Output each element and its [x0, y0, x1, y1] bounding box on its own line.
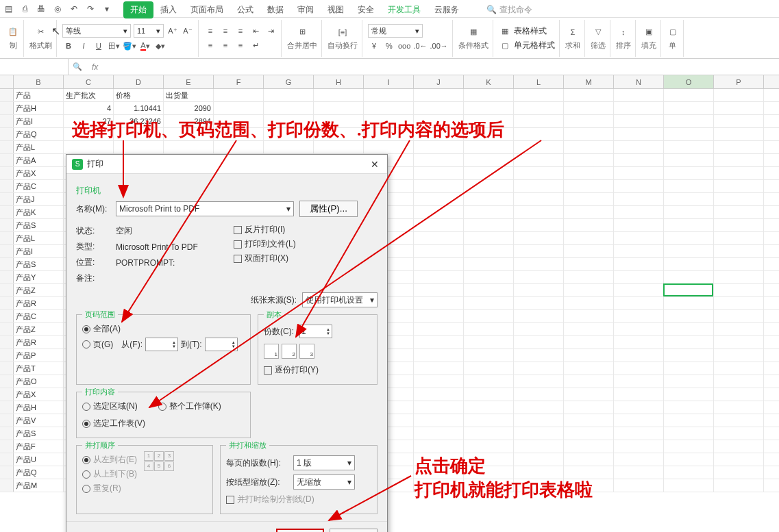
cell[interactable]: [564, 362, 614, 375]
tab-formula[interactable]: 公式: [230, 1, 260, 18]
cell[interactable]: [464, 167, 514, 179]
cell[interactable]: [414, 219, 464, 231]
to-spinner[interactable]: ▲▼: [205, 338, 238, 351]
cell[interactable]: [564, 154, 614, 166]
cell[interactable]: [664, 349, 714, 362]
cell[interactable]: [664, 167, 714, 179]
cell[interactable]: [664, 453, 714, 466]
select-all-corner[interactable]: [0, 75, 14, 88]
cell[interactable]: [364, 128, 414, 140]
cell[interactable]: [514, 193, 564, 205]
cell[interactable]: [514, 310, 564, 322]
table-style-icon[interactable]: ▦: [499, 25, 511, 37]
row-header[interactable]: [0, 440, 14, 453]
cell[interactable]: [614, 89, 664, 101]
col-header-G[interactable]: G: [264, 75, 314, 88]
collate-icon-1[interactable]: 1: [264, 344, 279, 359]
dec-dec-icon[interactable]: .00→: [430, 40, 448, 52]
cell[interactable]: [564, 206, 614, 218]
cell[interactable]: [664, 271, 714, 283]
cell[interactable]: [664, 115, 714, 127]
cell[interactable]: [664, 297, 714, 309]
cell[interactable]: [464, 193, 514, 205]
cell[interactable]: [414, 128, 464, 140]
cell[interactable]: [714, 141, 764, 153]
cell[interactable]: [464, 258, 514, 270]
cell[interactable]: [664, 375, 714, 388]
cell[interactable]: [364, 102, 414, 114]
from-spinner[interactable]: ▲▼: [145, 338, 178, 351]
indent-dec-icon[interactable]: ⇤: [249, 25, 262, 37]
cell[interactable]: [714, 154, 764, 166]
cell[interactable]: [714, 310, 764, 322]
cell[interactable]: [664, 102, 714, 114]
fx-icon[interactable]: fx: [86, 62, 103, 72]
underline-icon[interactable]: U: [92, 40, 105, 52]
col-header-D[interactable]: D: [114, 75, 164, 88]
cell[interactable]: [464, 310, 514, 322]
cell[interactable]: [414, 427, 464, 440]
cell[interactable]: [714, 102, 764, 114]
cell[interactable]: [564, 141, 614, 153]
cell[interactable]: [664, 154, 714, 166]
cell[interactable]: [714, 115, 764, 127]
cell[interactable]: [664, 401, 714, 414]
cell[interactable]: 产品R: [14, 336, 64, 349]
cell[interactable]: [714, 414, 764, 427]
cell[interactable]: [414, 180, 464, 192]
cell[interactable]: [564, 167, 614, 179]
cell[interactable]: [614, 141, 664, 153]
cell[interactable]: [164, 141, 214, 153]
cell[interactable]: [414, 323, 464, 335]
cell[interactable]: [464, 323, 514, 335]
cell[interactable]: 36.23246: [114, 115, 164, 127]
cell[interactable]: [514, 219, 564, 231]
cell[interactable]: 产品H: [14, 102, 64, 114]
cell[interactable]: [714, 427, 764, 440]
cell-style-icon[interactable]: ▢: [499, 39, 511, 51]
cell[interactable]: [514, 323, 564, 335]
cell[interactable]: [464, 453, 514, 466]
cell[interactable]: [564, 440, 614, 453]
cell[interactable]: [314, 128, 364, 140]
cell[interactable]: [614, 323, 664, 335]
sort-group[interactable]: ↕排序: [612, 20, 636, 57]
cell[interactable]: [714, 479, 764, 492]
cell[interactable]: [564, 284, 614, 296]
cell[interactable]: [364, 141, 414, 153]
cell[interactable]: [714, 167, 764, 179]
filter-group[interactable]: ▽筛选: [586, 20, 610, 57]
cell[interactable]: [714, 232, 764, 244]
cell[interactable]: [564, 453, 614, 466]
cell[interactable]: [414, 388, 464, 401]
cell[interactable]: [664, 323, 714, 335]
cell[interactable]: [464, 271, 514, 283]
cell[interactable]: 产品V: [14, 414, 64, 427]
tab-data[interactable]: 数据: [260, 1, 290, 18]
row-header[interactable]: [0, 427, 14, 440]
cancel-button[interactable]: 取消: [330, 529, 378, 532]
tab-home[interactable]: 开始: [123, 1, 153, 18]
cell[interactable]: [614, 349, 664, 362]
cell[interactable]: [414, 206, 464, 218]
row-header[interactable]: [0, 297, 14, 309]
cell[interactable]: 产品J: [14, 193, 64, 205]
cell[interactable]: [414, 466, 464, 479]
cell[interactable]: 产品K: [14, 206, 64, 218]
cell[interactable]: [264, 128, 314, 140]
paste-icon[interactable]: 📋: [7, 26, 19, 38]
row-header[interactable]: [0, 323, 14, 335]
cell[interactable]: 产品U: [14, 453, 64, 466]
cell[interactable]: [714, 258, 764, 270]
cell[interactable]: [614, 128, 664, 140]
tab-security[interactable]: 安全: [351, 1, 381, 18]
cell[interactable]: [464, 375, 514, 388]
cell[interactable]: [614, 440, 664, 453]
cell[interactable]: [564, 271, 614, 283]
radio-pages[interactable]: 页(G) 从(F): ▲▼ 到(T): ▲▼: [82, 338, 245, 351]
align-mid-icon[interactable]: ≡: [219, 25, 232, 37]
col-header-I[interactable]: I: [364, 75, 414, 88]
number-format-combo[interactable]: 常规▾: [368, 24, 423, 38]
cell[interactable]: [614, 466, 664, 479]
cell[interactable]: [564, 414, 614, 427]
